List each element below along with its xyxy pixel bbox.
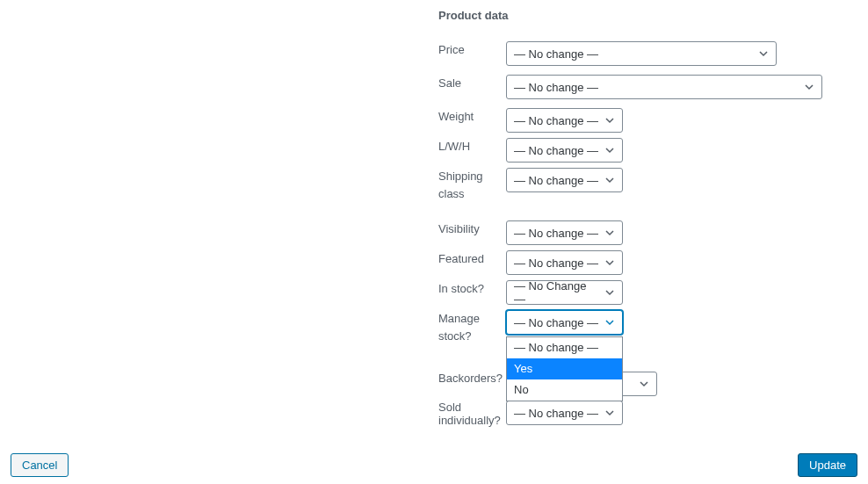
- weight-value: — No change —: [514, 114, 598, 127]
- chevron-down-icon: [639, 379, 649, 389]
- chevron-down-icon: [604, 317, 615, 328]
- manage-stock-value: — No change —: [514, 316, 598, 329]
- visibility-label: Visibility: [438, 220, 506, 238]
- manage-stock-label: Manage stock?: [438, 310, 506, 345]
- chevron-down-icon: [758, 48, 769, 59]
- in-stock-label: In stock?: [438, 280, 506, 298]
- sale-select[interactable]: — No change —: [506, 75, 822, 99]
- sale-label: Sale: [438, 75, 506, 92]
- chevron-down-icon: [604, 115, 615, 126]
- weight-select[interactable]: — No change —: [506, 108, 623, 133]
- chevron-down-icon: [604, 175, 615, 185]
- sold-individually-label: Sold individually?: [438, 401, 506, 427]
- manage-stock-select[interactable]: — No change —: [506, 310, 623, 335]
- backorders-label: Backorders?: [438, 372, 506, 385]
- lwh-value: — No change —: [514, 144, 598, 157]
- chevron-down-icon: [604, 287, 615, 298]
- manage-stock-option-yes[interactable]: Yes: [507, 358, 622, 379]
- in-stock-select[interactable]: — No Change —: [506, 280, 623, 305]
- price-value: — No change —: [514, 47, 598, 61]
- chevron-down-icon: [604, 257, 615, 268]
- section-title: Product data: [438, 9, 508, 22]
- price-select[interactable]: — No change —: [506, 41, 777, 66]
- lwh-label: L/W/H: [438, 138, 506, 155]
- featured-value: — No change —: [514, 256, 598, 270]
- sale-value: — No change —: [514, 81, 598, 94]
- featured-select[interactable]: — No change —: [506, 250, 623, 275]
- shipping-class-select[interactable]: — No change —: [506, 168, 623, 192]
- chevron-down-icon: [604, 408, 615, 418]
- sold-individually-select[interactable]: — No change —: [506, 401, 623, 425]
- weight-label: Weight: [438, 108, 506, 126]
- visibility-value: — No change —: [514, 227, 598, 240]
- featured-label: Featured: [438, 250, 506, 268]
- lwh-select[interactable]: — No change —: [506, 138, 623, 163]
- sold-individually-value: — No change —: [514, 407, 598, 420]
- chevron-down-icon: [804, 82, 814, 92]
- cancel-button[interactable]: Cancel: [11, 453, 69, 477]
- price-label: Price: [438, 41, 506, 59]
- manage-stock-option-nochange[interactable]: — No change —: [507, 337, 622, 358]
- visibility-select[interactable]: — No change —: [506, 220, 623, 245]
- shipping-class-label: Shipping class: [438, 168, 506, 203]
- manage-stock-dropdown[interactable]: — No change — Yes No: [506, 336, 623, 401]
- shipping-class-value: — No change —: [514, 174, 598, 187]
- manage-stock-option-no[interactable]: No: [507, 379, 622, 401]
- chevron-down-icon: [604, 145, 615, 155]
- in-stock-value: — No Change —: [514, 279, 599, 306]
- chevron-down-icon: [604, 228, 615, 238]
- update-button[interactable]: Update: [798, 453, 857, 477]
